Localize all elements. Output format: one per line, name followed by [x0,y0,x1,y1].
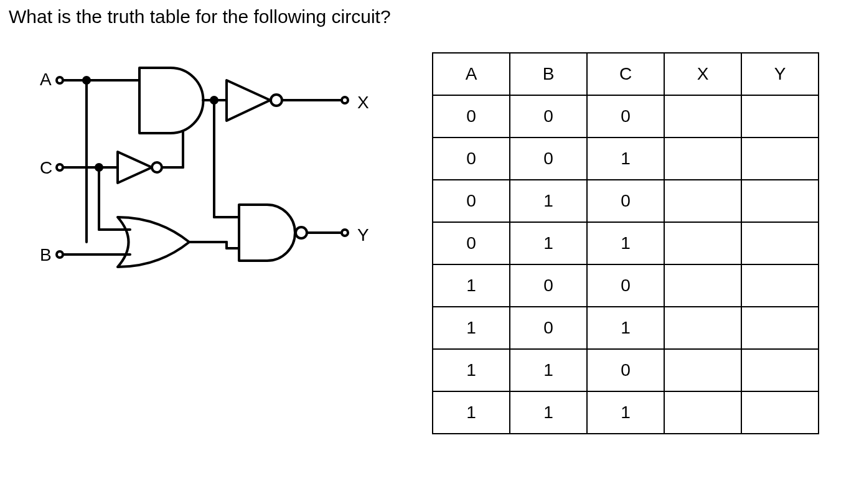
svg-point-8 [152,162,162,172]
circuit-svg [9,58,407,307]
cell: 0 [510,264,587,307]
cell: 0 [510,307,587,349]
cell [664,391,741,434]
cell: 0 [587,180,664,222]
cell [741,307,819,349]
cell: 1 [587,138,664,180]
col-header-Y: Y [741,53,819,95]
table-row: 0 1 0 [433,180,819,222]
cell: 0 [433,95,510,138]
cell [741,222,819,264]
cell: 0 [433,222,510,264]
svg-point-31 [342,230,348,236]
cell: 0 [587,95,664,138]
cell [741,264,819,307]
cell: 1 [510,180,587,222]
svg-point-18 [211,97,217,103]
col-header-C: C [587,53,664,95]
cell: 1 [587,307,664,349]
output-label-X: X [357,93,369,113]
input-label-A: A [40,70,52,90]
col-header-X: X [664,53,741,95]
cell [741,138,819,180]
table-row: 1 1 1 [433,391,819,434]
cell [741,95,819,138]
cell: 1 [510,391,587,434]
cell: 0 [433,180,510,222]
cell [664,264,741,307]
cell: 0 [510,95,587,138]
cell: 0 [510,138,587,180]
cell: 1 [510,222,587,264]
truth-table-header-row: A B C X Y [433,53,819,95]
table-row: 0 1 1 [433,222,819,264]
table-row: 0 0 1 [433,138,819,180]
cell [741,180,819,222]
cell [664,307,741,349]
cell: 1 [433,264,510,307]
col-header-A: A [433,53,510,95]
table-row: 1 1 0 [433,349,819,391]
cell: 1 [433,391,510,434]
svg-point-14 [271,95,282,106]
cell [664,138,741,180]
col-header-B: B [510,53,587,95]
input-label-B: B [40,245,52,265]
output-label-Y: Y [357,225,369,245]
cell: 0 [587,349,664,391]
cell [664,180,741,222]
table-row: 1 0 0 [433,264,819,307]
question-text: What is the truth table for the followin… [9,6,850,27]
cell: 1 [433,307,510,349]
truth-table-body: 0 0 0 0 0 1 0 1 0 0 1 [433,95,819,434]
cell [664,95,741,138]
cell: 1 [510,349,587,391]
cell: 0 [433,138,510,180]
cell: 0 [587,264,664,307]
cell [664,349,741,391]
cell [741,391,819,434]
input-label-C: C [40,158,52,178]
svg-point-29 [296,227,307,238]
cell: 1 [587,222,664,264]
content-row: A C B X Y [9,46,850,434]
circuit-diagram: A C B X Y [9,58,407,307]
cell [741,349,819,391]
table-row: 0 0 0 [433,95,819,138]
truth-table: A B C X Y 0 0 0 0 0 1 0 [432,52,819,434]
cell: 1 [587,391,664,434]
table-row: 1 0 1 [433,307,819,349]
cell [664,222,741,264]
cell: 1 [433,349,510,391]
svg-point-16 [342,97,348,103]
